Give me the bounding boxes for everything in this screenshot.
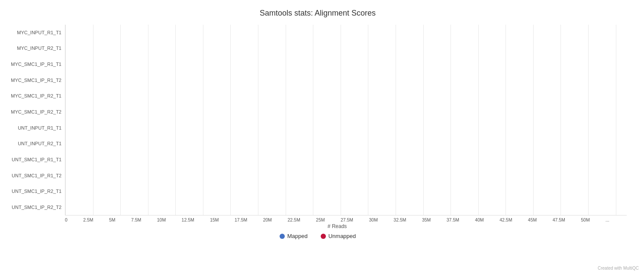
x-tick: 17.5M bbox=[235, 217, 247, 222]
x-tick: 32.5M bbox=[393, 217, 406, 222]
x-tick: 22.5M bbox=[287, 217, 300, 222]
y-label: MYC_SMC1_IP_R2_T1 bbox=[9, 94, 61, 98]
x-tick: 40M bbox=[475, 217, 483, 222]
legend-unmapped: Unmapped bbox=[321, 233, 356, 239]
x-tick: 5M bbox=[109, 217, 116, 222]
legend: Mapped Unmapped bbox=[9, 233, 627, 239]
chart-title: Samtools stats: Alignment Scores bbox=[9, 9, 627, 18]
x-tick: 15M bbox=[210, 217, 219, 222]
x-tick: 42.5M bbox=[499, 217, 512, 222]
y-label: UNT_SMC1_IP_R2_T1 bbox=[9, 189, 61, 194]
watermark: Created with MultiQC bbox=[598, 266, 639, 271]
x-tick: 27.5M bbox=[341, 217, 353, 222]
mapped-dot bbox=[280, 234, 285, 239]
y-label: MYC_INPUT_R2_T1 bbox=[9, 46, 61, 51]
x-axis-label: # Reads bbox=[65, 223, 609, 229]
y-label: UNT_SMC1_IP_R2_T2 bbox=[9, 205, 61, 210]
y-label: MYC_SMC1_IP_R1_T1 bbox=[9, 62, 61, 67]
bars-container bbox=[65, 25, 627, 215]
x-tick: 47.5M bbox=[553, 217, 565, 222]
bar-row bbox=[65, 75, 627, 87]
bar-row bbox=[65, 184, 627, 196]
x-tick: 0 bbox=[65, 217, 68, 222]
chart-container: Samtools stats: Alignment Scores MYC_INP… bbox=[0, 0, 644, 274]
bar-row bbox=[65, 91, 627, 103]
x-tick: 10M bbox=[157, 217, 166, 222]
y-label: UNT_SMC1_IP_R1_T2 bbox=[9, 173, 61, 178]
x-tick: 12.5M bbox=[182, 217, 194, 222]
y-label: UNT_INPUT_R1_T1 bbox=[9, 126, 61, 130]
y-label: UNT_INPUT_R2_T1 bbox=[9, 141, 61, 146]
bar-row bbox=[65, 121, 627, 134]
x-tick: 7.5M bbox=[131, 217, 141, 222]
x-tick: 25M bbox=[316, 217, 325, 222]
bar-row bbox=[65, 199, 627, 212]
x-axis: 02.5M5M7.5M10M12.5M15M17.5M20M22.5M25M27… bbox=[65, 217, 609, 222]
bar-row bbox=[65, 168, 627, 180]
mapped-label: Mapped bbox=[287, 233, 308, 239]
x-tick: 45M bbox=[528, 217, 537, 222]
bar-row bbox=[65, 59, 627, 72]
y-label: MYC_SMC1_IP_R1_T2 bbox=[9, 78, 61, 83]
x-tick: 50M bbox=[581, 217, 589, 222]
y-label: UNT_SMC1_IP_R1_T1 bbox=[9, 157, 61, 162]
x-tick: 37.5M bbox=[447, 217, 459, 222]
legend-mapped: Mapped bbox=[280, 233, 308, 239]
x-tick: 2.5M bbox=[83, 217, 93, 222]
y-axis-labels: MYC_INPUT_R1_T1MYC_INPUT_R2_T1MYC_SMC1_I… bbox=[9, 25, 65, 215]
x-tick: 20M bbox=[263, 217, 272, 222]
unmapped-label: Unmapped bbox=[328, 233, 356, 239]
x-tick: ... bbox=[605, 217, 609, 222]
y-label: MYC_INPUT_R1_T1 bbox=[9, 30, 61, 35]
chart-area: MYC_INPUT_R1_T1MYC_INPUT_R2_T1MYC_SMC1_I… bbox=[9, 25, 627, 215]
x-tick: 35M bbox=[422, 217, 431, 222]
bar-row bbox=[65, 137, 627, 149]
bar-row bbox=[65, 106, 627, 118]
bar-row bbox=[65, 28, 627, 40]
x-tick: 30M bbox=[369, 217, 378, 222]
bar-row bbox=[65, 44, 627, 56]
bars-grid bbox=[65, 25, 627, 215]
y-label: MYC_SMC1_IP_R2_T2 bbox=[9, 110, 61, 114]
unmapped-dot bbox=[321, 234, 326, 239]
bar-row bbox=[65, 153, 627, 165]
